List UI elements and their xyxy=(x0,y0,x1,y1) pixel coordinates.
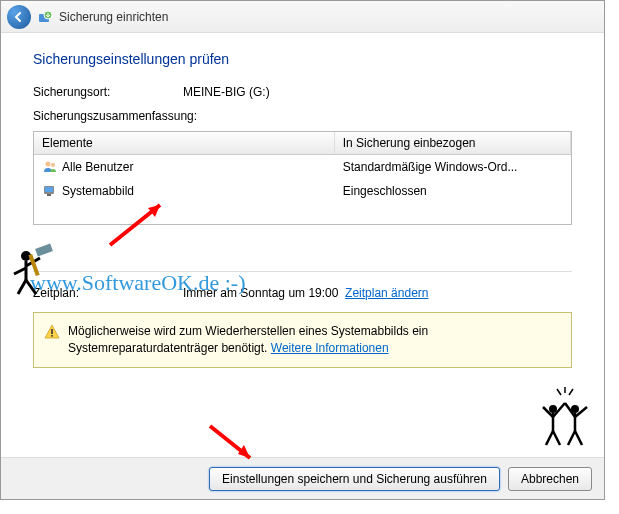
backup-location-label: Sicherungsort: xyxy=(33,85,183,99)
save-and-run-button[interactable]: Einstellungen speichern und Sicherung au… xyxy=(209,467,500,491)
summary-header: Elemente In Sicherung einbezogen xyxy=(34,132,571,155)
column-included[interactable]: In Sicherung einbezogen xyxy=(335,132,571,154)
item-included: Standardmäßige Windows-Ord... xyxy=(335,157,571,177)
item-name: Alle Benutzer xyxy=(62,160,133,174)
warning-box: Möglicherweise wird zum Wiederherstellen… xyxy=(33,312,572,368)
summary-list: Elemente In Sicherung einbezogen Alle Be… xyxy=(33,131,572,225)
svg-rect-8 xyxy=(51,335,53,337)
users-icon xyxy=(42,159,58,175)
list-item[interactable]: Systemabbild Eingeschlossen xyxy=(34,179,571,203)
svg-point-3 xyxy=(51,163,55,167)
schedule-value: Immer am Sonntag um 19:00 xyxy=(183,286,338,300)
cancel-button[interactable]: Abbrechen xyxy=(508,467,592,491)
system-image-icon xyxy=(42,183,58,199)
backup-icon xyxy=(37,9,53,25)
svg-rect-6 xyxy=(47,194,51,196)
change-schedule-link[interactable]: Zeitplan ändern xyxy=(345,286,428,300)
backup-location-row: Sicherungsort: MEINE-BIG (G:) xyxy=(33,85,572,99)
item-included: Eingeschlossen xyxy=(335,181,571,201)
back-button[interactable] xyxy=(7,5,31,29)
item-name: Systemabbild xyxy=(62,184,134,198)
more-info-link[interactable]: Weitere Informationen xyxy=(271,341,389,355)
svg-rect-5 xyxy=(45,187,53,192)
list-item[interactable]: Alle Benutzer Standardmäßige Windows-Ord… xyxy=(34,155,571,179)
schedule-row: Zeitplan: Immer am Sonntag um 19:00 Zeit… xyxy=(33,286,572,300)
schedule-label: Zeitplan: xyxy=(33,286,183,300)
backup-location-value: MEINE-BIG (G:) xyxy=(183,85,270,99)
titlebar: Sicherung einrichten xyxy=(1,1,604,33)
warning-icon xyxy=(44,324,60,340)
summary-label: Sicherungszusammenfassung: xyxy=(33,109,572,123)
backup-wizard-window: Sicherung einrichten Sicherungseinstellu… xyxy=(0,0,605,500)
column-elements[interactable]: Elemente xyxy=(34,132,335,154)
divider xyxy=(33,271,572,272)
page-heading: Sicherungseinstellungen prüfen xyxy=(33,51,572,67)
arrow-left-icon xyxy=(13,11,25,23)
svg-rect-7 xyxy=(51,329,53,334)
svg-point-2 xyxy=(46,162,51,167)
dialog-footer: Einstellungen speichern und Sicherung au… xyxy=(1,457,604,499)
warning-text-container: Möglicherweise wird zum Wiederherstellen… xyxy=(68,323,561,357)
window-title: Sicherung einrichten xyxy=(59,10,168,24)
content-area: Sicherungseinstellungen prüfen Sicherung… xyxy=(1,33,604,384)
